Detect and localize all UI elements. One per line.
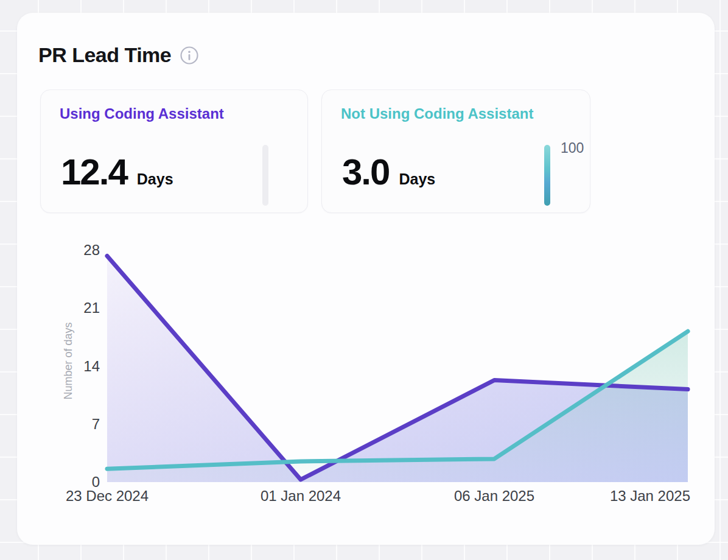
x-tick-label: 13 Jan 2025 [610,488,690,504]
gauge-bar [544,145,550,206]
stat-card-using-assistant: Using Coding Assistant 12.4 Days [40,89,308,213]
x-tick-label: 01 Jan 2024 [261,488,341,504]
stat-value: 3.0 [342,151,389,193]
stat-value-row: 12.4 Days [61,151,173,193]
lead-time-chart: 07142128Number of days23 Dec 202401 Jan … [55,240,702,516]
pr-lead-time-card: PR Lead Time Using Coding Assistant 12.4… [17,13,715,545]
line-chart-svg: 07142128Number of days23 Dec 202401 Jan … [55,240,702,516]
stat-card-not-using-assistant: Not Using Coding Assistant 3.0 Days 100 [321,89,590,213]
y-axis-title: Number of days [62,322,74,399]
y-tick-label: 14 [83,358,100,374]
info-icon [180,46,199,65]
gauge-max-label: 100 [561,140,584,156]
page-title: PR Lead Time [38,43,171,67]
stat-unit: Days [399,170,435,188]
info-button[interactable] [180,46,199,65]
x-tick-label: 06 Jan 2025 [454,488,534,504]
y-tick-label: 7 [92,416,100,432]
stat-unit: Days [137,170,173,188]
gauge-bar [262,145,268,206]
stat-value: 12.4 [61,151,127,193]
card-header: PR Lead Time [38,43,199,67]
y-tick-label: 28 [83,242,100,258]
stat-label: Using Coding Assistant [60,105,224,122]
y-tick-label: 21 [83,299,100,316]
stat-label: Not Using Coding Assistant [341,105,533,122]
stat-value-row: 3.0 Days [342,151,435,193]
x-tick-label: 23 Dec 2024 [66,488,149,504]
